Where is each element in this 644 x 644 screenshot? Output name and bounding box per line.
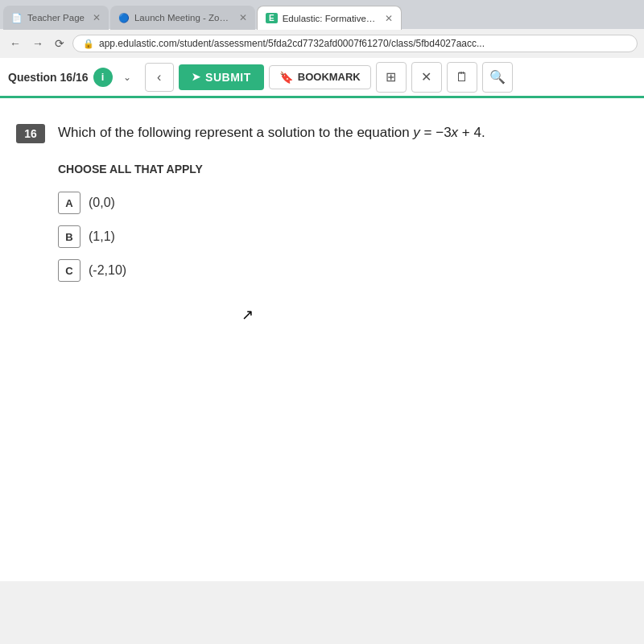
address-bar[interactable]: 🔒 app.edulastic.com/student/assessment/5… [72, 35, 638, 52]
option-a-box[interactable]: A [58, 192, 80, 214]
tab-zoom[interactable]: 🔵 Launch Meeting - Zoom ✕ [110, 6, 255, 30]
lock-icon: 🔒 [83, 39, 94, 49]
bookmark-label: BOOKMARK [298, 71, 361, 83]
grid-view-button[interactable]: ⊞ [376, 62, 407, 93]
option-c-letter: C [65, 265, 72, 277]
choose-all-label: CHOOSE ALL THAT APPLY [58, 163, 620, 175]
option-a-letter: A [65, 197, 72, 209]
bookmark-button[interactable]: 🔖 BOOKMARK [269, 65, 371, 89]
chevron-down-icon[interactable]: ⌄ [118, 68, 137, 87]
option-c[interactable]: C (-2,10) [58, 259, 620, 282]
bookmark-icon: 🔖 [279, 71, 293, 84]
question-counter: Question 16/16 [8, 71, 89, 84]
calculator-icon: 🗒 [456, 70, 469, 85]
option-c-box[interactable]: C [58, 259, 80, 282]
submit-icon: ➤ [192, 71, 201, 83]
tab-bar: 📄 Teacher Page ✕ 🔵 Launch Meeting - Zoom… [0, 0, 644, 29]
option-b[interactable]: B (1,1) [58, 225, 620, 248]
assessment-toolbar: Question 16/16 i ⌄ ‹ ➤ SUBMIT 🔖 BOOKMARK… [0, 58, 644, 98]
option-c-text: (-2,10) [89, 263, 126, 278]
option-b-letter: B [65, 231, 72, 243]
back-button[interactable]: ← [6, 35, 24, 52]
address-text: app.edulastic.com/student/assessment/5fd… [99, 38, 485, 49]
close-icon: ✕ [421, 69, 431, 85]
tab-label-teacher: Teacher Page [27, 13, 85, 23]
question-number-badge: 16 [16, 124, 45, 143]
tab-label-edulastic: Edulastic: Formative and Summa [283, 14, 377, 23]
prev-question-button[interactable]: ‹ [145, 63, 174, 92]
info-button[interactable]: i [93, 68, 113, 87]
reload-button[interactable]: ⟳ [52, 35, 68, 52]
tab-label-zoom: Launch Meeting - Zoom [134, 13, 231, 23]
question-text: Which of the following represent a solut… [58, 122, 485, 143]
question-info: Question 16/16 i ⌄ [8, 68, 137, 87]
option-b-text: (1,1) [89, 229, 115, 244]
tab-icon-edulastic: E [266, 13, 278, 23]
tab-edulastic[interactable]: E Edulastic: Formative and Summa ✕ [257, 6, 402, 30]
search-button[interactable]: 🔍 [482, 62, 513, 93]
tab-icon-teacher: 📄 [11, 13, 23, 23]
main-content: 16 Which of the following represent a so… [0, 98, 644, 581]
close-button[interactable]: ✕ [411, 62, 442, 93]
question-container: 16 Which of the following represent a so… [16, 122, 620, 143]
browser-chrome: 📄 Teacher Page ✕ 🔵 Launch Meeting - Zoom… [0, 0, 644, 58]
option-b-box[interactable]: B [58, 225, 80, 248]
grid-icon: ⊞ [386, 69, 396, 85]
option-a-text: (0,0) [89, 196, 115, 210]
tab-close-edulastic[interactable]: ✕ [385, 13, 393, 24]
tab-close-teacher[interactable]: ✕ [93, 12, 101, 23]
forward-button[interactable]: → [29, 35, 47, 52]
tab-close-zoom[interactable]: ✕ [239, 12, 247, 23]
submit-button[interactable]: ➤ SUBMIT [179, 64, 264, 90]
search-icon: 🔍 [489, 69, 506, 85]
calculator-button[interactable]: 🗒 [447, 62, 477, 93]
tab-icon-zoom: 🔵 [118, 13, 130, 23]
submit-label: SUBMIT [205, 71, 251, 84]
answer-options: A (0,0) B (1,1) C (-2,10) [58, 192, 620, 282]
option-a[interactable]: A (0,0) [58, 192, 620, 214]
address-bar-row: ← → ⟳ 🔒 app.edulastic.com/student/assess… [0, 29, 644, 58]
tab-teacher-page[interactable]: 📄 Teacher Page ✕ [3, 6, 109, 30]
